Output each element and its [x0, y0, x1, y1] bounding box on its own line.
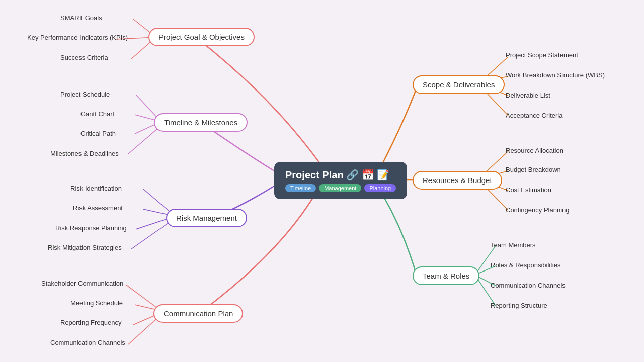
risk-identification-node: Risk Identification [70, 184, 122, 193]
wbs-node: Work Breakdown Structure (WBS) [506, 70, 605, 79]
project-schedule-node: Project Schedule [60, 89, 110, 99]
tag-management[interactable]: Management [319, 184, 361, 192]
meeting-schedule-node: Meeting Schedule [70, 298, 123, 307]
risk-label: Risk Management [176, 214, 237, 222]
contingency-planning-node: Contingency Planning [506, 205, 569, 214]
deliverable-list-node: Deliverable List [506, 90, 550, 100]
risk-response-node: Risk Response Planning [55, 223, 127, 232]
risk-mitigation-node: Risk Mitigation Strategies [48, 243, 122, 252]
gantt-chart-node: Gantt Chart [80, 109, 114, 118]
communication-label: Communication Plan [164, 309, 233, 318]
tag-timeline[interactable]: Timeline [285, 184, 316, 192]
smart-goals-node: SMART Goals [60, 13, 102, 22]
scope-node[interactable]: Scope & Deliverables [413, 75, 505, 94]
team-node[interactable]: Team & Roles [413, 266, 479, 285]
reporting-structure-node: Reporting Structure [491, 301, 547, 310]
center-tags: Timeline Management Planning [285, 184, 396, 192]
acceptance-criteria-node: Acceptance Criteria [506, 111, 562, 120]
roles-responsibilities-node: Roles & Responsibilities [491, 260, 560, 269]
comm-channels-right-node: Communication Channels [491, 281, 566, 290]
team-label: Team & Roles [423, 272, 469, 280]
milestones-node: Milestones & Deadlines [50, 149, 119, 158]
team-members-node: Team Members [491, 240, 536, 249]
project-goal-node[interactable]: Project Goal & Objectives [148, 28, 255, 46]
timeline-label: Timeline & Milestones [164, 118, 237, 127]
resource-allocation-node: Resource Allocation [506, 146, 564, 155]
tag-planning[interactable]: Planning [364, 184, 396, 192]
center-title: Project Plan 🔗 📅 📝 [285, 169, 396, 181]
center-node[interactable]: Project Plan 🔗 📅 📝 Timeline Management P… [274, 162, 407, 199]
timeline-node[interactable]: Timeline & Milestones [154, 113, 248, 132]
scope-label: Scope & Deliverables [423, 80, 495, 89]
resources-node[interactable]: Resources & Budget [413, 171, 502, 190]
risk-assessment-node: Risk Assessment [73, 203, 123, 212]
cost-estimation-node: Cost Estimation [506, 185, 551, 194]
comm-channels-left-node: Communication Channels [50, 338, 125, 347]
communication-node[interactable]: Communication Plan [153, 304, 243, 323]
success-criteria-node: Success Criteria [60, 53, 108, 62]
reporting-freq-node: Reporting Frequency [60, 318, 121, 327]
resources-label: Resources & Budget [423, 176, 492, 185]
kpi-node: Key Performance Indicators (KPIs) [27, 33, 128, 42]
budget-breakdown-node: Budget Breakdown [506, 165, 561, 174]
project-scope-node: Project Scope Statement [506, 50, 578, 59]
project-goal-label: Project Goal & Objectives [158, 33, 245, 41]
stakeholder-comm-node: Stakeholder Communication [41, 279, 123, 288]
risk-node[interactable]: Risk Management [166, 209, 247, 227]
critical-path-node: Critical Path [80, 129, 116, 138]
